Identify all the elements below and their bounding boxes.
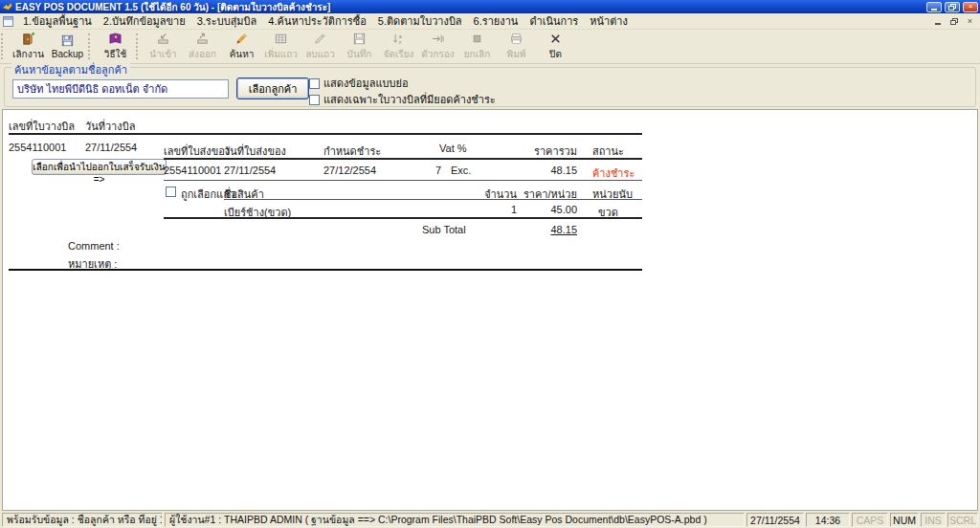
- toolbar-label: ตัวกรอง: [421, 47, 454, 61]
- toolbar-grip: [88, 33, 95, 59]
- door-exit-icon: [21, 32, 35, 46]
- detail-header-divider: [164, 158, 642, 160]
- toolbar-label: Backup: [52, 49, 83, 59]
- toolbar-grip: [136, 33, 143, 59]
- cancel-button: ยกเลิก: [457, 31, 497, 62]
- sort-icon: az: [391, 32, 406, 46]
- import-icon: [156, 32, 170, 46]
- save-icon: [352, 32, 367, 46]
- close-icon: ×: [969, 3, 973, 11]
- close-button[interactable]: ×: [963, 2, 978, 12]
- delete-row-button: ลบแถว: [301, 31, 340, 62]
- filter-button: ตัวกรอง: [418, 31, 457, 62]
- exit-work-button[interactable]: เลิกงาน: [9, 31, 48, 62]
- menu-sales-entry[interactable]: 2.บันทึกข้อมูลขาย: [98, 11, 191, 31]
- delivery-date-value: 27/11/2554: [224, 165, 276, 176]
- toolbar-label: จัดเรียง: [384, 47, 414, 61]
- child-window-icon: [3, 16, 13, 27]
- import-button: นำเข้า: [144, 31, 183, 62]
- product-header: ชื่อสินค้า: [224, 186, 264, 203]
- add-row-button: เพิ่มแถว: [261, 31, 301, 62]
- toolbar-label: เลิกงาน: [12, 47, 44, 61]
- status-user-cell: ผู้ใช้งาน#1 : THAIPBD ADMIN ( ฐานข้อมูล …: [165, 513, 745, 527]
- menu-base-data[interactable]: 1.ข้อมูลพื้นฐาน: [17, 11, 98, 31]
- delivery-no-value: 2554110001: [164, 165, 221, 176]
- selected-checkbox[interactable]: [166, 187, 176, 197]
- bill-no-value[interactable]: 2554110001: [9, 142, 66, 153]
- search-button[interactable]: ค้นหา: [222, 31, 261, 62]
- bill-date-value[interactable]: 27/11/2554: [85, 142, 137, 153]
- vat-value: 7: [435, 165, 441, 176]
- status-date-cell: 27/11/2554: [746, 513, 804, 527]
- mdi-restore-button[interactable]: [947, 15, 961, 28]
- subtotal-value: 48.15: [520, 224, 577, 235]
- search-groupbox: ค้นหาข้อมูลตามชื่อลูกค้า เลือกลูกค้า แสด…: [4, 67, 976, 107]
- restore-button[interactable]: [945, 2, 960, 12]
- status-num-indicator: NUM: [890, 513, 919, 527]
- help-button[interactable]: วิธีใช้: [96, 31, 135, 62]
- toolbar-label: ค้นหา: [230, 47, 255, 61]
- billing-report-area: เลขที่ใบวางบิล วันที่วางบิล 2554110001 2…: [2, 109, 978, 511]
- status-ready-cell: พร้อมรับข้อมูล : ชื่อลูกค้า หรือ ที่อยู่…: [2, 513, 163, 527]
- mdi-window-controls: ×: [930, 15, 977, 28]
- toolbar-label: นำเข้า: [149, 47, 176, 61]
- minimize-icon: [931, 9, 937, 11]
- row-divider: [164, 180, 642, 181]
- brief-view-checkbox-row: แสดงข้อมูลแบบย่อ: [309, 75, 409, 92]
- outstanding-only-checkbox-row: แสดงเฉพาะใบวางบิลที่มียอดค้างชำระ: [309, 91, 496, 108]
- toolbar-grip: [1, 33, 8, 59]
- issue-receipt-button[interactable]: เลือกเพื่อนำไปออกใบเสร็จรับเงิน =>: [32, 159, 167, 175]
- select-customer-button[interactable]: เลือกลูกค้า: [236, 77, 309, 99]
- toolbar-label: บันทึก: [347, 47, 372, 61]
- due-date-value: 27/12/2554: [323, 165, 376, 176]
- outstanding-only-label: แสดงเฉพาะใบวางบิลที่มียอดค้างชำระ: [323, 91, 496, 108]
- toolbar: เลิกงาน Backup วิธีใช้ นำเข้า ส่งออก ค้น…: [0, 30, 980, 64]
- menu-window[interactable]: หน้าต่าง: [584, 11, 634, 31]
- header-divider: [9, 133, 642, 135]
- cancel-icon: [470, 32, 484, 46]
- brief-view-checkbox[interactable]: [309, 78, 320, 89]
- customer-search-input[interactable]: [12, 79, 229, 99]
- qty-value: 1: [477, 204, 517, 215]
- menu-bar: 1.ข้อมูลพื้นฐาน 2.บันทึกข้อมูลขาย 3.ระบบ…: [0, 13, 980, 30]
- search-panel: ค้นหาข้อมูลตามชื่อลูกค้า เลือกลูกค้า แสด…: [0, 64, 980, 108]
- toolbar-label: ยกเลิก: [464, 47, 491, 61]
- toolbar-label: เพิ่มแถว: [264, 47, 298, 61]
- sort-button: az จัดเรียง: [379, 31, 418, 62]
- svg-text:z: z: [399, 38, 402, 45]
- app-logo-icon: [2, 2, 12, 12]
- mdi-close-button[interactable]: ×: [963, 15, 977, 28]
- section-bottom-divider: [9, 269, 642, 271]
- unit-price-value: 45.00: [520, 204, 577, 215]
- menu-operations[interactable]: ดำเนินการ: [523, 11, 584, 31]
- item-header-divider: [224, 199, 642, 200]
- menu-reports[interactable]: 6.รายงาน: [468, 11, 524, 31]
- export-icon: [195, 32, 210, 46]
- menu-bill-system[interactable]: 3.ระบบสุ่มบิล: [191, 11, 263, 31]
- minimize-button[interactable]: [926, 2, 942, 12]
- toolbar-label: วิธีใช้: [104, 47, 126, 61]
- item-bottom-divider: [164, 217, 642, 219]
- unit-price-header: ราคา/หน่วย: [520, 186, 577, 203]
- total-value: 48.15: [520, 165, 577, 176]
- qty-header: จำนวน: [477, 186, 517, 203]
- search-group-label: ค้นหาข้อมูลตามชื่อลูกค้า: [11, 61, 130, 78]
- vat-header: Vat %: [439, 143, 467, 154]
- app-window: EASY POS DOCUMENT 1.5 (ใช้ได้อีก 60 วัน)…: [0, 0, 980, 528]
- unit-header: หน่วยนับ: [592, 186, 633, 203]
- outstanding-only-checkbox[interactable]: [309, 95, 320, 105]
- status-bar: พร้อมรับข้อมูล : ชื่อลูกค้า หรือ ที่อยู่…: [0, 512, 980, 528]
- close-x-icon: [548, 32, 563, 46]
- save-button: บันทึก: [340, 31, 379, 62]
- menu-purchase-history[interactable]: 4.ค้นหาประวัติการซื้อ: [262, 11, 371, 31]
- close-form-button[interactable]: ปิด: [536, 31, 575, 62]
- brief-view-label: แสดงข้อมูลแบบย่อ: [323, 75, 409, 92]
- help-book-icon: [108, 32, 122, 46]
- add-row-icon: [274, 32, 288, 46]
- status-caps-indicator: CAPS: [852, 513, 888, 527]
- comment-label: Comment :: [68, 240, 120, 252]
- menu-billing-track[interactable]: 5.ติดตามใบวางบิล: [372, 11, 468, 31]
- backup-button[interactable]: Backup: [48, 31, 87, 62]
- delete-row-icon: [313, 32, 327, 46]
- mdi-minimize-button[interactable]: [930, 15, 945, 28]
